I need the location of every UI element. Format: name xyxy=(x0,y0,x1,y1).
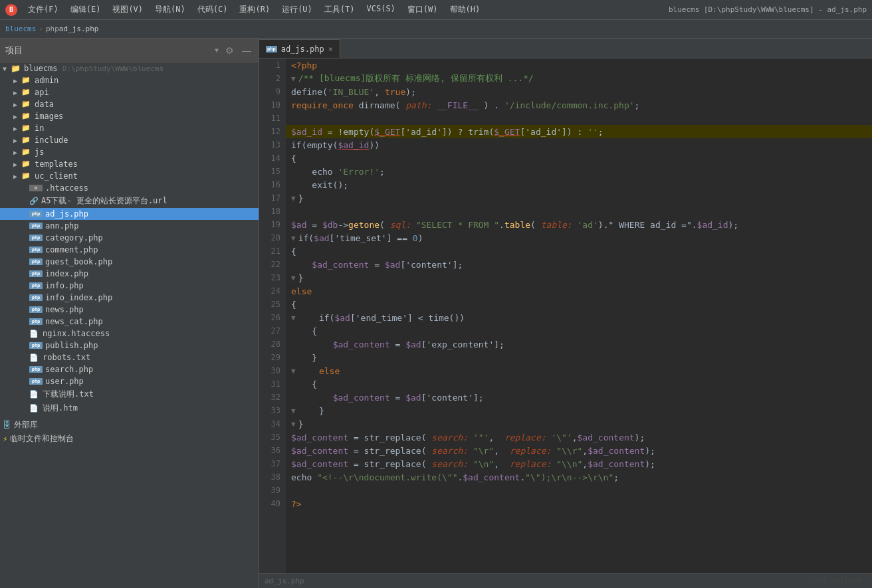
tree-folder-js[interactable]: ▶ 📁 js xyxy=(0,146,259,158)
folder-icon: 📁 xyxy=(21,159,32,169)
tree-folder-data[interactable]: ▶ 📁 data xyxy=(0,98,259,110)
code-line-24: else xyxy=(286,284,872,298)
tree-file-index[interactable]: ▶ php index.php xyxy=(0,268,259,280)
token: { xyxy=(291,379,317,389)
tree-file-category[interactable]: ▶ php category.php xyxy=(0,232,259,244)
tree-file-guest-book[interactable]: ▶ php guest_book.php xyxy=(0,256,259,268)
line-num-18: 18 xyxy=(259,205,286,218)
tree-file-download-txt[interactable]: ▶ 📄 下载说明.txt xyxy=(0,387,259,401)
tree-folder-in[interactable]: ▶ 📁 in xyxy=(0,122,259,134)
tree-file-publish[interactable]: ▶ php publish.php xyxy=(0,340,259,351)
tree-file-comment[interactable]: ▶ php comment.php xyxy=(0,244,259,256)
tree-file-ad-js-php[interactable]: ▶ php ad_js.php xyxy=(0,208,259,220)
code-line-2: ▼/** [bluecms]版权所有 标准网络, 保留所有权利 ...*/ xyxy=(286,72,872,85)
file-label: .htaccess xyxy=(45,183,88,193)
tree-folder-templates[interactable]: ▶ 📁 templates xyxy=(0,158,259,170)
menu-edit[interactable]: 编辑(E) xyxy=(65,3,106,17)
folder-arrow: ▶ xyxy=(13,113,21,120)
tree-file-robots[interactable]: ▶ 📄 robots.txt xyxy=(0,351,259,363)
token: { xyxy=(291,300,296,310)
line-num-25: 25 xyxy=(259,298,286,311)
code-editor[interactable]: 1 2 9 10 11 12 13 14 15 16 17 18 19 20 2… xyxy=(259,58,872,573)
sidebar-settings-btn[interactable]: ⚙ xyxy=(223,44,236,57)
tree-file-news[interactable]: ▶ php news.php xyxy=(0,304,259,316)
tree-folder-include[interactable]: ▶ 📁 include xyxy=(0,134,259,146)
folder-arrow: ▶ xyxy=(13,173,21,180)
token xyxy=(572,220,578,230)
tree-file-nginx-htaccess[interactable]: ▶ 📄 nginx.htaccess xyxy=(0,328,259,340)
tree-file-news-cat[interactable]: ▶ php news_cat.php xyxy=(0,316,259,328)
tree-folder-images[interactable]: ▶ 📁 images xyxy=(0,110,259,122)
token: , xyxy=(374,87,385,97)
project-dropdown-arrow[interactable]: ▼ xyxy=(215,47,219,54)
token: , xyxy=(582,446,588,456)
token: $ad xyxy=(334,313,350,323)
token: , xyxy=(582,459,588,469)
token: "SELECT * FROM " xyxy=(416,220,499,230)
token: define( xyxy=(291,87,328,97)
token: } xyxy=(291,353,317,363)
breadcrumb-file[interactable]: ad_js.php xyxy=(59,25,99,33)
sidebar-collapse-btn[interactable]: ― xyxy=(240,44,253,57)
tree-scratches-console[interactable]: ⚡ 临时文件和控制台 xyxy=(0,432,259,446)
tab-ad-js-php[interactable]: php ad_js.php × xyxy=(259,39,340,58)
code-line-35: $ad_content = str_replace( search: '"', … xyxy=(286,431,872,444)
breadcrumb-root[interactable]: bluecms xyxy=(5,25,36,33)
code-line-14: { xyxy=(286,151,872,165)
menu-help[interactable]: 帮助(H) xyxy=(445,3,486,17)
token: $ad_content xyxy=(578,433,635,442)
menu-vcs[interactable]: VCS(S) xyxy=(362,3,401,17)
menu-tools[interactable]: 工具(T) xyxy=(319,3,360,17)
token: replace: xyxy=(510,459,552,469)
breadcrumb-separator: › xyxy=(39,25,43,33)
token: = str_replace( xyxy=(348,433,431,442)
token: ) . xyxy=(479,100,504,110)
menu-run[interactable]: 运行(U) xyxy=(276,3,318,17)
folder-icon: 📁 xyxy=(21,112,32,121)
tree-folder-uc-client[interactable]: ▶ 📁 uc_client xyxy=(0,170,259,182)
token: "\");\r\n-->\r\n" xyxy=(525,472,613,482)
tree-file-info[interactable]: ▶ php info.php xyxy=(0,280,259,292)
tree-file-ann[interactable]: ▶ php ann.php xyxy=(0,220,259,232)
line-num-11: 11 xyxy=(259,112,286,125)
tree-file-url[interactable]: ▶ 🔗 A5下载- 更全的站长资源平台.url xyxy=(0,194,259,208)
line-num-2: 2 xyxy=(259,72,286,85)
file-label: category.php xyxy=(45,233,103,243)
token: $ad_content xyxy=(291,446,348,456)
token: $ad xyxy=(405,340,421,349)
menu-navigate[interactable]: 导航(N) xyxy=(150,3,191,17)
tree-external-libraries[interactable]: 🗄 外部库 xyxy=(0,418,259,432)
tree-file-info-index[interactable]: ▶ php info_index.php xyxy=(0,292,259,304)
external-libraries-label: 外部库 xyxy=(14,419,38,431)
menu-code[interactable]: 代码(C) xyxy=(192,3,233,17)
tree-folder-api[interactable]: ▶ 📁 api xyxy=(0,86,259,98)
token: 0 xyxy=(413,233,418,243)
tree-file-search[interactable]: ▶ php search.php xyxy=(0,363,259,375)
code-line-23: ▼} xyxy=(286,271,872,284)
menu-refactor[interactable]: 重构(R) xyxy=(234,3,275,17)
token: ['end_time'] < time()) xyxy=(350,313,465,323)
token: ; xyxy=(613,472,619,482)
menu-view[interactable]: 视图(V) xyxy=(107,3,148,17)
tree-file-user[interactable]: ▶ php user.php xyxy=(0,375,259,387)
line-num-24: 24 xyxy=(259,284,286,298)
code-line-16: exit(); xyxy=(286,178,872,191)
token: $ad_content xyxy=(588,459,645,469)
folder-arrow: ▶ xyxy=(13,137,21,144)
menu-file[interactable]: 文件(F) xyxy=(23,3,64,17)
token xyxy=(468,459,473,469)
tree-file-readme-htm[interactable]: ▶ 📄 说明.htm xyxy=(0,401,259,415)
tree-folder-admin[interactable]: ▶ 📁 admin xyxy=(0,74,259,86)
code-content[interactable]: <?php ▼/** [bluecms]版权所有 标准网络, 保留所有权利 ..… xyxy=(286,58,872,573)
tree-file-htaccess[interactable]: ▶ ⚙ .htaccess xyxy=(0,182,259,194)
token: $ad_content xyxy=(333,340,390,349)
code-line-30: ▼ else xyxy=(286,364,872,377)
menu-window[interactable]: 窗口(W) xyxy=(402,3,443,17)
file-icon-php: php xyxy=(29,366,43,373)
token: , xyxy=(572,433,578,442)
tree-root[interactable]: ▼ 📁 bluecms D:\phpStudy\WWW\bluecms xyxy=(0,62,259,74)
tab-close-button[interactable]: × xyxy=(328,45,333,54)
token: ); xyxy=(645,459,655,469)
token: = str_replace( xyxy=(348,459,431,469)
folder-label: images xyxy=(35,112,63,121)
